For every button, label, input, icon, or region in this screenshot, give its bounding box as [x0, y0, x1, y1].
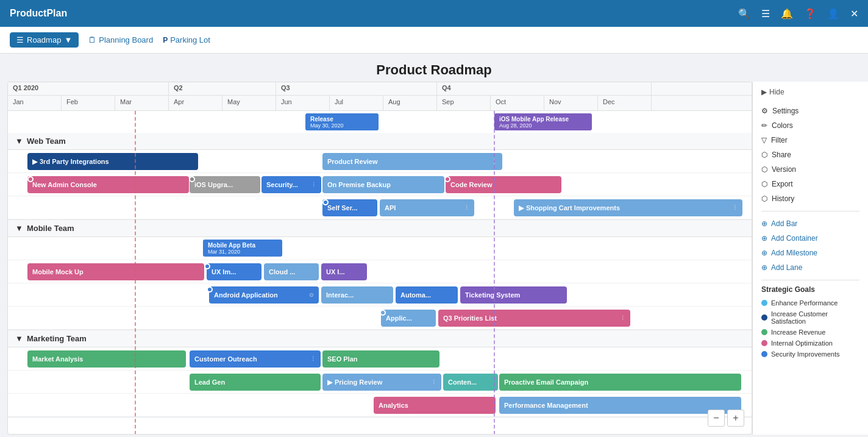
user-icon[interactable]: 👤	[827, 8, 839, 20]
add-lane-icon: ⊕	[761, 263, 767, 272]
bar-self-service[interactable]: Self Ser...	[322, 199, 377, 216]
history-icon: ⬡	[761, 194, 767, 203]
add-bar-label: Add Bar	[771, 219, 797, 228]
bar-pricing-review[interactable]: ▶ Pricing Review ⋮	[322, 374, 441, 391]
bar-lead-gen[interactable]: Lead Gen	[190, 374, 321, 391]
zoom-out-button[interactable]: −	[708, 410, 725, 427]
goal-label-internal: Internal Optimization	[771, 339, 833, 347]
bar-api[interactable]: API ⋮	[380, 199, 474, 216]
bar-ticketing-system[interactable]: Ticketing System	[460, 286, 567, 304]
quarter-q2: Q2	[169, 82, 276, 95]
app-logo[interactable]: ProductPlan	[10, 8, 67, 19]
bell-icon[interactable]: 🔔	[781, 8, 793, 20]
lane-marketing-team: ▼ Marketing Team Market Analysis Custome…	[8, 330, 752, 417]
nav-icons: 🔍 ☰ 🔔 ❓ 👤 ✕	[738, 8, 858, 20]
sidebar-colors[interactable]: ✏ Colors	[761, 118, 859, 133]
bar-label: Product Review	[327, 158, 378, 165]
sidebar-version[interactable]: ⬡ Version	[761, 162, 859, 177]
bar-code-review[interactable]: Code Review	[446, 176, 561, 193]
month-oct: Oct	[491, 96, 544, 110]
bar-analytics[interactable]: Analytics	[374, 397, 496, 414]
bar-label: New Admin Console	[32, 181, 97, 188]
roadmap-button[interactable]: ☰ Roadmap ▼	[10, 32, 79, 48]
timeline-header: Q1 2020 Q2 Q3 Q4 Jan Feb Mar Apr May Jun…	[8, 82, 752, 111]
sidebar-actions-section: ⊕ Add Bar ⊕ Add Container ⊕ Add Mileston…	[761, 216, 859, 275]
add-bar-button[interactable]: ⊕ Add Bar	[761, 216, 859, 231]
strategic-goals-section: Enhance Performance Increase Customer Sa…	[761, 297, 859, 360]
bar-label: Customer Outreach	[194, 355, 257, 363]
bar-proactive-email[interactable]: Proactive Email Campaign	[499, 374, 741, 391]
sidebar-settings-section: ⚙ Settings ✏ Colors ▽ Filter ⬡ Share ⬡ V…	[761, 104, 859, 206]
bar-shopping-cart[interactable]: ▶ Shopping Cart Improvements ⋮	[514, 199, 742, 216]
bar-label: UX Im...	[212, 268, 236, 275]
lane-web-team-header[interactable]: ▼ Web Team	[8, 133, 752, 150]
bar-automation[interactable]: Automa...	[396, 286, 458, 304]
hide-panel-button[interactable]: ▶ Hide	[761, 88, 859, 96]
bar-mobile-mockup[interactable]: Mobile Mock Up	[27, 263, 204, 280]
planning-board-icon: 🗒	[88, 35, 96, 44]
bar-android-application[interactable]: Android Application ⊙	[209, 286, 319, 304]
bar-customer-outreach[interactable]: Customer Outreach ⋮	[190, 350, 321, 368]
bar-3rd-party-integrations[interactable]: ▶ 3rd Party Integrations	[27, 153, 198, 170]
version-label: Version	[772, 165, 796, 174]
month-mar: Mar	[115, 96, 169, 110]
marketing-row-3: Analytics Performance Management	[8, 394, 752, 417]
export-label: Export	[772, 180, 793, 188]
lane-mobile-team-header[interactable]: ▼ Mobile Team	[8, 220, 752, 237]
sidebar-history[interactable]: ⬡ History	[761, 191, 859, 206]
sidebar-filter[interactable]: ▽ Filter	[761, 133, 859, 147]
sidebar-divider-1	[761, 211, 859, 211]
add-container-button[interactable]: ⊕ Add Container	[761, 231, 859, 246]
mobile-row-1: Mobile Mock Up UX Im... Cloud ... UX I..…	[8, 260, 752, 283]
bar-new-admin-console[interactable]: New Admin Console	[27, 176, 189, 193]
share-label: Share	[772, 151, 791, 159]
strategic-goals-title: Strategic Goals	[761, 285, 859, 294]
month-apr: Apr	[169, 96, 222, 110]
mobile-app-beta-milestone[interactable]: Mobile App Beta Mar 31, 2020	[203, 240, 282, 257]
sidebar-settings[interactable]: ⚙ Settings	[761, 104, 859, 118]
menu-icon[interactable]: ☰	[761, 8, 770, 20]
main-layout: Q1 2020 Q2 Q3 Q4 Jan Feb Mar Apr May Jun…	[0, 82, 868, 435]
help-icon[interactable]: ❓	[804, 8, 816, 20]
sidebar-export[interactable]: ⬡ Export	[761, 177, 859, 191]
month-feb: Feb	[62, 96, 115, 110]
roadmap-label: Roadmap	[27, 35, 61, 44]
parking-lot-button[interactable]: P Parking Lot	[163, 35, 210, 44]
sidebar-share[interactable]: ⬡ Share	[761, 147, 859, 162]
bar-label: Ticketing System	[465, 291, 520, 299]
bar-applic[interactable]: Applic...	[381, 310, 436, 327]
bar-label: On Premise Backup	[327, 181, 391, 188]
close-icon[interactable]: ✕	[850, 8, 858, 20]
bar-ios-upgrade[interactable]: iOS Upgra...	[190, 176, 260, 193]
add-lane-button[interactable]: ⊕ Add Lane	[761, 260, 859, 275]
bar-cloud[interactable]: Cloud ...	[264, 263, 319, 280]
bar-on-premise-backup[interactable]: On Premise Backup	[322, 176, 444, 193]
release-milestone[interactable]: Release May 30, 2020	[305, 113, 379, 130]
add-milestone-button[interactable]: ⊕ Add Milestone	[761, 246, 859, 260]
bar-product-review[interactable]: Product Review ⋮	[322, 153, 502, 170]
ios-release-milestone[interactable]: iOS Mobile App Release Aug 28, 2020	[494, 113, 592, 130]
goal-security-improvements: Security Improvements	[761, 349, 859, 360]
parking-lot-label: Parking Lot	[170, 35, 210, 44]
lane-marketing-team-header[interactable]: ▼ Marketing Team	[8, 330, 752, 347]
settings-label: Settings	[772, 107, 799, 115]
lane-mobile-team-rows: Mobile App Beta Mar 31, 2020 Mobile Mock…	[8, 237, 752, 330]
month-aug: Aug	[383, 96, 437, 110]
bar-market-analysis[interactable]: Market Analysis	[27, 350, 186, 368]
zoom-in-button[interactable]: +	[727, 410, 744, 427]
lane-web-team-label: Web Team	[27, 137, 66, 146]
sidebar-right: ▶ Hide ⚙ Settings ✏ Colors ▽ Filter ⬡ Sh…	[752, 82, 868, 435]
bar-security[interactable]: Security... ⋮	[261, 176, 321, 193]
planning-board-button[interactable]: 🗒 Planning Board	[88, 35, 153, 44]
bar-ux-i[interactable]: UX I...	[321, 263, 367, 280]
sidebar-divider-2	[761, 280, 859, 280]
lane-mobile-team: ▼ Mobile Team Mobile App Beta Mar 31, 20…	[8, 220, 752, 330]
bar-interactive[interactable]: Interac...	[321, 286, 393, 304]
bar-q3-priorities[interactable]: Q3 Priorities List ⋮	[438, 310, 630, 327]
bar-performance-management[interactable]: Performance Management	[499, 397, 741, 414]
bar-seo-plan[interactable]: SEO Plan	[322, 350, 439, 368]
search-icon[interactable]: 🔍	[738, 8, 750, 20]
web-row-1: ▶ 3rd Party Integrations Product Review …	[8, 150, 752, 173]
bar-ux-improvements[interactable]: UX Im...	[207, 263, 261, 280]
bar-content[interactable]: Conten...	[443, 374, 498, 391]
